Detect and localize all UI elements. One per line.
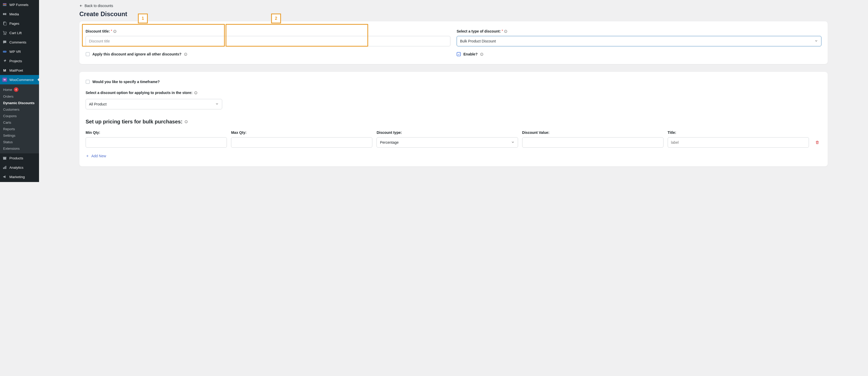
sub-label: Settings [3, 134, 16, 138]
chevron-down-icon [511, 140, 515, 145]
sub-item-home[interactable]: Home 4 [0, 86, 39, 93]
check-icon [457, 53, 460, 56]
sidebar-item-cartlift[interactable]: Cart Lift [0, 28, 39, 37]
svg-rect-12 [3, 157, 6, 157]
tier-discount-type-select[interactable]: Percentage [376, 137, 518, 148]
sidebar-item-comments[interactable]: Comments [0, 37, 39, 47]
trash-icon [815, 140, 819, 145]
sidebar-item-analytics[interactable]: Analytics [0, 163, 39, 172]
sidebar-item-label: WP VR [9, 50, 21, 54]
max-qty-input[interactable] [231, 137, 372, 148]
discount-title-label: Discount title: * [86, 29, 451, 33]
info-icon[interactable] [113, 30, 117, 33]
sub-item-extensions[interactable]: Extensions [0, 145, 39, 152]
tier-title-label: Title: [668, 131, 809, 135]
discount-type-col-label: Discount type: [376, 131, 518, 135]
svg-rect-1 [3, 4, 6, 5]
sidebar-item-pages[interactable]: Pages [0, 19, 39, 28]
back-link[interactable]: Back to discounts [80, 3, 113, 9]
max-qty-label: Max Qty: [231, 131, 372, 135]
sidebar-item-label: MailPoet [9, 68, 23, 73]
sidebar-item-label: Marketing [9, 175, 25, 179]
sidebar-item-wpvr[interactable]: WP VR [0, 47, 39, 56]
page-title: Create Discount [80, 10, 855, 18]
info-icon[interactable] [184, 53, 187, 56]
comments-icon [2, 39, 7, 45]
sub-item-dynamic-discounts[interactable]: Dynamic Discounts [0, 100, 39, 106]
callout-2: 2 [271, 13, 281, 23]
woocommerce-icon: W [2, 77, 7, 82]
select-value: Bulk Product Discount [460, 39, 496, 43]
enable-checkbox[interactable] [457, 52, 461, 56]
sidebar-item-label: WooCommerce [9, 78, 34, 82]
delete-tier-button[interactable] [813, 137, 822, 148]
sidebar-item-label: Analytics [9, 166, 23, 170]
tier-title-input[interactable] [668, 137, 809, 148]
sub-item-coupons[interactable]: Coupons [0, 113, 39, 119]
main-content: Back to discounts Create Discount 1 2 Di… [39, 0, 868, 182]
sidebar-item-wpfunnels[interactable]: WP Funnels [0, 0, 39, 9]
sub-label: Coupons [3, 114, 17, 118]
required-mark: * [111, 29, 112, 32]
sidebar-item-mailpoet[interactable]: M MailPoet [0, 66, 39, 75]
sidebar-item-label: Media [9, 12, 19, 16]
sidebar-item-projects[interactable]: Projects [0, 56, 39, 66]
cart-icon [2, 30, 7, 35]
sub-item-orders[interactable]: Orders [0, 93, 39, 100]
sub-item-status[interactable]: Status [0, 139, 39, 145]
add-new-label: Add New [91, 154, 106, 158]
timeframe-label: Would you like to specify a timeframe? [92, 80, 160, 84]
sub-label: Extensions [3, 147, 20, 150]
funnel-icon [2, 2, 7, 7]
sub-item-settings[interactable]: Settings [0, 132, 39, 139]
sub-item-reports[interactable]: Reports [0, 126, 39, 132]
sub-label: Home [3, 88, 12, 92]
info-icon[interactable] [194, 91, 197, 94]
svg-rect-2 [3, 5, 6, 6]
discount-option-select[interactable]: All Product [86, 99, 222, 109]
discount-header-card: Discount title: * Select a type of disco… [80, 21, 828, 64]
select-value: All Product [89, 102, 107, 106]
sub-item-carts[interactable]: Carts [0, 119, 39, 126]
discount-value-input[interactable] [522, 137, 663, 148]
enable-label: Enable? [463, 52, 477, 56]
svg-rect-0 [3, 3, 6, 4]
info-icon[interactable] [504, 30, 507, 33]
sidebar-item-label: Comments [9, 40, 26, 44]
sidebar-item-label: Cart Lift [9, 31, 22, 35]
sidebar-item-marketing[interactable]: Marketing [0, 172, 39, 181]
discount-title-input[interactable] [86, 36, 451, 46]
svg-rect-14 [4, 167, 5, 169]
vr-icon [2, 49, 7, 54]
info-icon[interactable] [480, 53, 484, 56]
svg-point-3 [3, 13, 5, 15]
sub-item-customers[interactable]: Customers [0, 106, 39, 113]
analytics-icon [2, 165, 7, 170]
sidebar-item-woocommerce[interactable]: W WooCommerce [0, 75, 39, 84]
svg-rect-11 [3, 157, 6, 160]
info-icon[interactable] [184, 120, 188, 123]
sub-label: Customers [3, 108, 20, 111]
arrow-left-icon [80, 4, 83, 7]
sidebar-item-label: Projects [9, 59, 22, 63]
svg-rect-5 [4, 22, 6, 26]
svg-rect-13 [3, 167, 4, 169]
pin-icon [2, 58, 7, 63]
min-qty-input[interactable] [86, 137, 227, 148]
svg-rect-15 [5, 166, 6, 169]
admin-sidebar: WP Funnels Media Pages Cart Lift Comment… [0, 0, 39, 182]
min-qty-label: Min Qty: [86, 131, 227, 135]
sidebar-item-media[interactable]: Media [0, 9, 39, 19]
marketing-icon [2, 174, 7, 179]
sidebar-item-products[interactable]: Products [0, 153, 39, 163]
discount-type-select[interactable]: Bulk Product Discount [457, 36, 822, 46]
select-value: Percentage [380, 140, 399, 145]
svg-point-6 [4, 34, 4, 35]
timeframe-checkbox[interactable] [86, 80, 90, 84]
add-new-tier-button[interactable]: Add New [86, 154, 106, 158]
sidebar-item-label: Pages [9, 22, 19, 26]
discount-type-label: Select a type of discount: * [457, 29, 822, 33]
sidebar-item-label: Products [9, 156, 23, 160]
apply-ignore-checkbox[interactable] [86, 52, 90, 56]
svg-point-7 [5, 34, 6, 35]
